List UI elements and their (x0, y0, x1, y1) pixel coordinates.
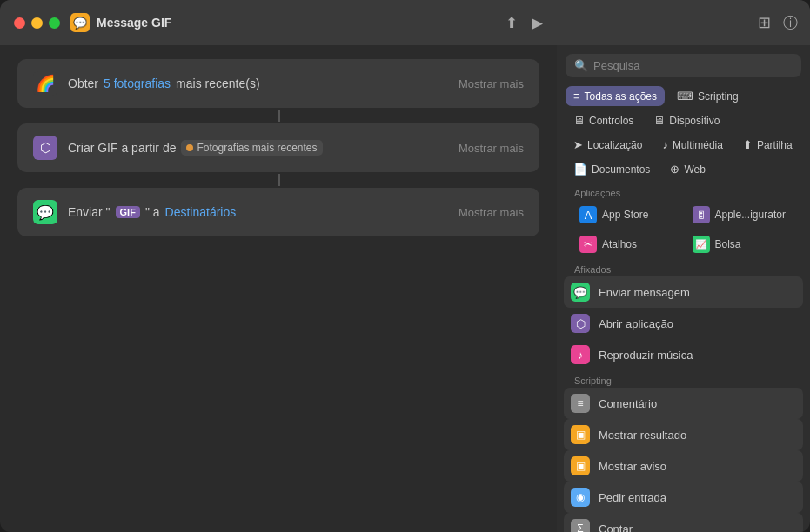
cat-documents[interactable]: 📄 Documentos (566, 159, 658, 179)
cat-documents-icon: 📄 (573, 163, 587, 176)
scripting-show-alert[interactable]: ▣ Mostrar aviso (564, 450, 803, 482)
card-photos-label-before: Obter (68, 76, 98, 90)
open-app-icon: ⬡ (571, 314, 590, 333)
send-message-label: Enviar mensagem (599, 286, 690, 299)
cat-web[interactable]: ⊕ Web (662, 159, 713, 179)
ask-input-icon: ◉ (571, 488, 590, 507)
show-result-label: Mostrar resultado (599, 429, 686, 442)
cat-scripting-label: Scripting (698, 90, 739, 103)
add-action-icon[interactable]: ⊞ (758, 13, 771, 32)
apps-partial-grid: ✂ Atalhos 📈 Bolsa (564, 229, 803, 259)
cat-device-icon: 🖥 (653, 114, 665, 127)
cat-location-label: Localização (587, 139, 642, 151)
right-top-bar: ⊞ ⓘ (557, 0, 810, 45)
cat-scripting-icon: ⌨ (677, 90, 693, 103)
cat-documents-label: Documentos (592, 163, 650, 176)
divider-2 (278, 174, 280, 186)
show-result-icon: ▣ (571, 425, 590, 444)
share-icon[interactable]: ⬆ (505, 14, 518, 32)
list-area[interactable]: Aplicações A App Store 🎛 Apple...igurato… (557, 183, 810, 532)
cat-all-icon: ≡ (573, 90, 580, 103)
bolsa-item[interactable]: 📈 Bolsa (686, 231, 795, 257)
left-panel: 💬 Message GIF ⬆ ▶ 🌈 Obter 5 fotografias … (0, 0, 557, 532)
card-gif-badge[interactable]: Fotografias mais recentes (181, 140, 322, 156)
cat-controls[interactable]: 🖥 Controlos (566, 110, 641, 130)
cat-location[interactable]: ➤ Localização (566, 135, 650, 155)
cat-multimedia-icon: ♪ (662, 138, 668, 151)
title-bar: 💬 Message GIF ⬆ ▶ (0, 0, 557, 45)
cat-scripting[interactable]: ⌨ Scripting (669, 86, 746, 106)
pinned-open-app[interactable]: ⬡ Abrir aplicação (564, 308, 803, 339)
atalhos-label: Atalhos (602, 238, 637, 250)
bolsa-icon: 📈 (693, 236, 710, 253)
pinned-play-music[interactable]: ♪ Reproduzir música (564, 339, 803, 370)
card-photos-show-more[interactable]: Mostrar mais (459, 77, 524, 90)
card-send-label-before: Enviar " (68, 205, 110, 219)
gif-icon: ⬡ (33, 136, 57, 160)
right-panel: ⊞ ⓘ 🔍 Pesquisa ≡ Todas as ações ⌨ Script… (557, 0, 810, 532)
maximize-button[interactable] (49, 17, 60, 29)
main-content: 🌈 Obter 5 fotografias mais recente(s) Mo… (0, 45, 557, 532)
cat-device[interactable]: 🖥 Dispositivo (646, 110, 727, 130)
ask-input-label: Pedir entrada (599, 491, 666, 504)
card-gif-badge-label: Fotografias mais recentes (197, 142, 317, 154)
show-alert-label: Mostrar aviso (599, 460, 666, 473)
app-store-icon: A (579, 206, 597, 223)
card-gif-text: Criar GIF a partir de Fotografias mais r… (68, 140, 323, 156)
scripting-count[interactable]: Σ Contar (564, 513, 803, 532)
scripting-comment[interactable]: ≡ Comentário (564, 388, 803, 419)
apps-grid: A App Store 🎛 Apple...igurator (564, 200, 803, 229)
card-photos-text: Obter 5 fotografias mais recente(s) (68, 76, 260, 90)
search-bar[interactable]: 🔍 Pesquisa (566, 54, 801, 77)
info-icon[interactable]: ⓘ (783, 13, 798, 33)
card-send-text: Enviar " GIF " a Destinatários (68, 205, 236, 219)
card-photos-label-after: mais recente(s) (176, 76, 259, 90)
cat-share-label: Partilha (757, 139, 793, 151)
minimize-button[interactable] (31, 17, 43, 29)
card-send-left: 💬 Enviar " GIF " a Destinatários (33, 200, 236, 224)
card-photos-highlight[interactable]: 5 fotografias (104, 76, 171, 90)
app-icon: 💬 (70, 13, 90, 32)
play-music-label: Reproduzir música (599, 349, 693, 362)
cat-multimedia[interactable]: ♪ Multimédia (654, 135, 731, 155)
comment-icon: ≡ (571, 394, 590, 413)
apple-igurator-item[interactable]: 🎛 Apple...igurator (686, 202, 795, 228)
card-send-highlight[interactable]: Destinatários (165, 205, 237, 219)
cat-share[interactable]: ⬆ Partilha (735, 135, 800, 155)
scripting-ask-input[interactable]: ◉ Pedir entrada (564, 482, 803, 513)
card-photos: 🌈 Obter 5 fotografias mais recente(s) Mo… (17, 59, 539, 108)
app-store-label: App Store (602, 209, 648, 221)
divider-1 (278, 110, 280, 122)
card-gif-label-before: Criar GIF a partir de (68, 141, 176, 155)
send-icon: 💬 (33, 200, 57, 224)
bolsa-label: Bolsa (715, 238, 741, 250)
play-icon[interactable]: ▶ (532, 14, 543, 32)
card-gif-left: ⬡ Criar GIF a partir de Fotografias mais… (33, 136, 323, 160)
scripting-section-label: Scripting (564, 370, 803, 388)
apple-igurator-icon: 🎛 (693, 206, 710, 223)
card-send-label-middle: " a (145, 205, 160, 219)
cat-controls-label: Controlos (589, 115, 633, 127)
cat-all[interactable]: ≡ Todas as ações (566, 86, 665, 106)
atalhos-item[interactable]: ✂ Atalhos (572, 231, 682, 257)
gif-badge: GIF (116, 206, 140, 218)
scripting-show-result[interactable]: ▣ Mostrar resultado (564, 419, 803, 450)
app-store-item[interactable]: A App Store (572, 202, 682, 228)
pinned-section-label: Afixados (564, 259, 803, 276)
card-gif: ⬡ Criar GIF a partir de Fotografias mais… (17, 123, 539, 172)
window-title: Message GIF (97, 16, 505, 30)
card-photos-left: 🌈 Obter 5 fotografias mais recente(s) (33, 71, 260, 96)
category-row: ≡ Todas as ações ⌨ Scripting 🖥 Controlos… (557, 83, 810, 183)
cat-web-label: Web (684, 163, 705, 176)
search-placeholder: Pesquisa (593, 59, 639, 72)
pinned-send-message[interactable]: 💬 Enviar mensagem (564, 276, 803, 308)
cat-share-icon: ⬆ (743, 138, 753, 151)
atalhos-icon: ✂ (579, 236, 597, 253)
close-button[interactable] (14, 17, 25, 29)
card-send-show-more[interactable]: Mostrar mais (459, 206, 524, 219)
open-app-label: Abrir aplicação (599, 317, 673, 330)
cat-all-label: Todas as ações (585, 90, 657, 103)
cat-controls-icon: 🖥 (573, 114, 585, 127)
count-label: Contar (599, 522, 633, 533)
card-gif-show-more[interactable]: Mostrar mais (459, 142, 524, 155)
